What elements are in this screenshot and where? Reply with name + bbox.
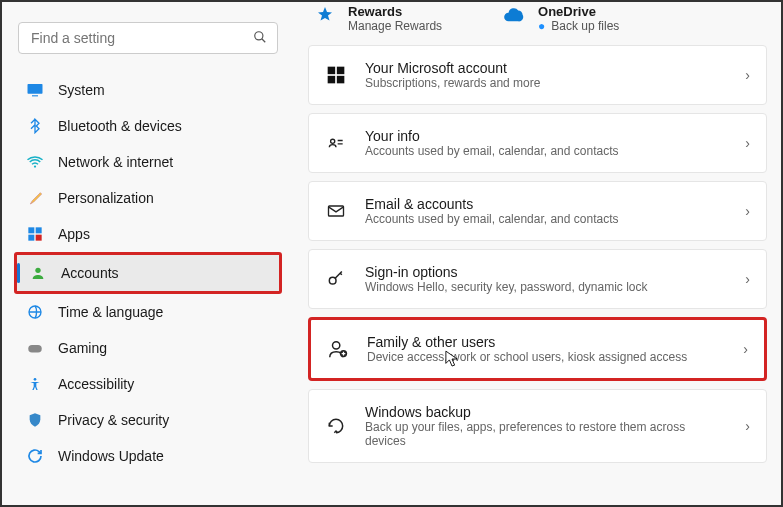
wifi-icon	[26, 153, 44, 171]
card-sub: Device access, work or school users, kio…	[367, 350, 725, 364]
svg-point-0	[255, 31, 263, 39]
sidebar-item-accessibility[interactable]: Accessibility	[14, 366, 282, 402]
sidebar-item-personalization[interactable]: Personalization	[14, 180, 282, 216]
card-windows-backup[interactable]: Windows backup Back up your files, apps,…	[308, 389, 767, 463]
svg-rect-16	[337, 76, 345, 84]
sidebar: System Bluetooth & devices Network & int…	[2, 2, 294, 505]
svg-point-4	[34, 165, 36, 167]
onedrive-icon	[502, 4, 528, 30]
chevron-right-icon: ›	[743, 341, 748, 357]
sidebar-item-system[interactable]: System	[14, 72, 282, 108]
monitor-icon	[26, 81, 44, 99]
apps-icon	[26, 225, 44, 243]
onedrive-sub: ●Back up files	[538, 19, 619, 33]
person-plus-icon	[327, 338, 349, 360]
svg-rect-11	[28, 345, 42, 353]
onedrive-title: OneDrive	[538, 4, 619, 19]
sidebar-item-time[interactable]: Time & language	[14, 294, 282, 330]
chevron-right-icon: ›	[745, 271, 750, 287]
svg-line-1	[262, 38, 266, 42]
search-icon	[253, 30, 267, 47]
card-sub: Subscriptions, rewards and more	[365, 76, 727, 90]
sidebar-item-label: System	[58, 82, 105, 98]
envelope-icon	[325, 201, 347, 221]
card-email-accounts[interactable]: Email & accounts Accounts used by email,…	[308, 181, 767, 241]
sidebar-item-privacy[interactable]: Privacy & security	[14, 402, 282, 438]
person-icon	[29, 264, 47, 282]
chevron-right-icon: ›	[745, 418, 750, 434]
onedrive-tile[interactable]: OneDrive ●Back up files	[502, 4, 619, 33]
card-sub: Back up your files, apps, preferences to…	[365, 420, 727, 448]
svg-rect-7	[28, 235, 34, 241]
svg-rect-8	[36, 235, 42, 241]
card-title: Windows backup	[365, 404, 727, 420]
rewards-icon	[312, 4, 338, 30]
svg-rect-5	[28, 227, 34, 233]
card-microsoft-account[interactable]: Your Microsoft account Subscriptions, re…	[308, 45, 767, 105]
globe-clock-icon	[26, 303, 44, 321]
sidebar-item-label: Apps	[58, 226, 90, 242]
gamepad-icon	[26, 339, 44, 357]
svg-rect-14	[337, 67, 345, 75]
sidebar-item-accounts[interactable]: Accounts	[14, 252, 282, 294]
sidebar-item-update[interactable]: Windows Update	[14, 438, 282, 474]
sidebar-item-label: Bluetooth & devices	[58, 118, 182, 134]
card-family-other-users[interactable]: Family & other users Device access, work…	[308, 317, 767, 381]
rewards-title: Rewards	[348, 4, 442, 19]
card-title: Sign-in options	[365, 264, 727, 280]
sidebar-item-apps[interactable]: Apps	[14, 216, 282, 252]
search-input[interactable]	[29, 29, 253, 47]
sidebar-item-label: Accounts	[61, 265, 119, 281]
svg-point-19	[329, 277, 336, 284]
svg-point-20	[333, 342, 340, 349]
chevron-right-icon: ›	[745, 203, 750, 219]
svg-point-9	[35, 268, 40, 273]
svg-rect-13	[328, 67, 336, 75]
search-box[interactable]	[18, 22, 278, 54]
accessibility-icon	[26, 375, 44, 393]
sidebar-item-label: Personalization	[58, 190, 154, 206]
bluetooth-icon	[26, 117, 44, 135]
card-sub: Windows Hello, security key, password, d…	[365, 280, 727, 294]
sidebar-item-gaming[interactable]: Gaming	[14, 330, 282, 366]
svg-point-12	[34, 378, 37, 381]
card-sub: Accounts used by email, calendar, and co…	[365, 144, 727, 158]
card-your-info[interactable]: Your info Accounts used by email, calend…	[308, 113, 767, 173]
backup-icon	[325, 416, 347, 436]
id-card-icon	[325, 133, 347, 153]
rewards-tile[interactable]: Rewards Manage Rewards	[312, 4, 442, 33]
card-title: Your info	[365, 128, 727, 144]
sidebar-item-label: Gaming	[58, 340, 107, 356]
sidebar-item-label: Windows Update	[58, 448, 164, 464]
svg-point-17	[331, 139, 335, 143]
windows-icon	[325, 65, 347, 85]
update-icon	[26, 447, 44, 465]
sidebar-item-label: Accessibility	[58, 376, 134, 392]
brush-icon	[26, 189, 44, 207]
top-summary-row: Rewards Manage Rewards OneDrive ●Back up…	[308, 2, 767, 45]
sidebar-item-network[interactable]: Network & internet	[14, 144, 282, 180]
card-title: Family & other users	[367, 334, 725, 350]
sidebar-item-bluetooth[interactable]: Bluetooth & devices	[14, 108, 282, 144]
card-signin-options[interactable]: Sign-in options Windows Hello, security …	[308, 249, 767, 309]
svg-rect-2	[28, 84, 43, 94]
sidebar-item-label: Privacy & security	[58, 412, 169, 428]
svg-rect-3	[32, 95, 38, 96]
card-title: Email & accounts	[365, 196, 727, 212]
chevron-right-icon: ›	[745, 67, 750, 83]
key-icon	[325, 269, 347, 289]
card-title: Your Microsoft account	[365, 60, 727, 76]
svg-rect-15	[328, 76, 336, 84]
sidebar-item-label: Time & language	[58, 304, 163, 320]
main-panel: Rewards Manage Rewards OneDrive ●Back up…	[294, 2, 781, 505]
card-sub: Accounts used by email, calendar, and co…	[365, 212, 727, 226]
sidebar-item-label: Network & internet	[58, 154, 173, 170]
svg-rect-18	[329, 206, 344, 216]
rewards-sub: Manage Rewards	[348, 19, 442, 33]
svg-rect-6	[36, 227, 42, 233]
chevron-right-icon: ›	[745, 135, 750, 151]
shield-icon	[26, 411, 44, 429]
